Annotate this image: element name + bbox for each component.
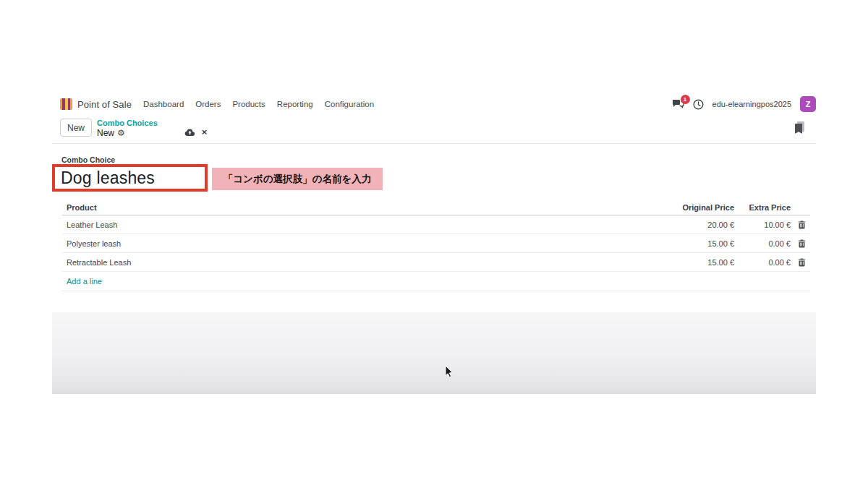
menu-item-reporting[interactable]: Reporting [277,100,313,108]
col-extra-price: Extra Price [734,203,791,212]
annotation-callout: 「コンボの選択肢」の名前を入力 [212,168,383,190]
breadcrumb: Combo Choices New ⚙ [97,119,158,138]
pos-app-icon [60,98,72,110]
product-cell[interactable]: Leather Leash [62,221,647,229]
menu-item-products[interactable]: Products [232,100,265,108]
app-name: Point of Sale [77,99,132,110]
delete-row-trash-icon[interactable] [791,258,810,267]
extra-price-cell[interactable]: 10.00 € [734,221,791,229]
extra-price-cell[interactable]: 0.00 € [734,239,791,248]
discard-x-icon[interactable]: × [202,127,208,137]
save-cloud-icon[interactable] [184,128,195,137]
avatar[interactable]: Z [800,96,816,112]
panel-divider [52,143,816,144]
mouse-cursor [445,365,454,379]
original-price-cell[interactable]: 15.00 € [647,239,734,248]
breadcrumb-parent-link[interactable]: Combo Choices [97,119,158,127]
add-line-row: Add a line [62,272,810,291]
col-product: Product [62,203,647,212]
table-header: Product Original Price Extra Price [62,200,810,215]
combo-name-value: Dog leashes [61,168,155,188]
product-cell[interactable]: Polyester leash [62,239,647,248]
menu-item-dashboard[interactable]: Dashboard [143,100,184,108]
table-row[interactable]: Leather Leash20.00 €10.00 € [62,215,810,234]
menu-item-orders[interactable]: Orders [195,100,221,108]
combo-choice-label: Combo Choice [61,155,115,164]
app-brand[interactable]: Point of Sale [60,98,132,110]
systray: 1 edu-elearningpos2025 Z [672,96,816,112]
menu-item-configuration[interactable]: Configuration [325,100,374,108]
user-menu[interactable]: edu-elearningpos2025 [712,100,791,108]
screen: Point of Sale DashboardOrdersProductsRep… [0,0,868,488]
activities-clock-icon[interactable] [693,99,704,110]
form-footer-area [52,312,816,394]
delete-row-trash-icon[interactable] [791,239,810,248]
table-row[interactable]: Retractable Leash15.00 €0.00 € [62,253,810,272]
col-original-price: Original Price [647,203,734,212]
product-cell[interactable]: Retractable Leash [62,258,647,267]
original-price-cell[interactable]: 20.00 € [647,221,734,229]
extra-price-cell[interactable]: 0.00 € [734,258,791,267]
combo-lines-body: Leather Leash20.00 €10.00 €Polyester lea… [62,215,810,272]
gear-icon[interactable]: ⚙ [117,129,125,137]
breadcrumb-current: New [97,128,114,138]
table-row[interactable]: Polyester leash15.00 €0.00 € [62,234,810,253]
control-panel: New Combo Choices New ⚙ × [60,119,207,138]
main-menu: DashboardOrdersProductsReportingConfigur… [143,100,374,108]
delete-row-trash-icon[interactable] [791,221,810,229]
original-price-cell[interactable]: 15.00 € [647,258,734,267]
messages-icon[interactable]: 1 [672,99,684,109]
combo-lines-table: Product Original Price Extra Price Leath… [62,200,810,291]
combo-name-input[interactable]: Dog leashes [52,164,208,192]
add-a-line-link[interactable]: Add a line [62,277,102,286]
top-navbar: Point of Sale DashboardOrdersProductsRep… [60,95,816,113]
bookmark-icon[interactable] [795,121,804,134]
new-button[interactable]: New [60,119,92,137]
notification-badge: 1 [681,95,690,104]
